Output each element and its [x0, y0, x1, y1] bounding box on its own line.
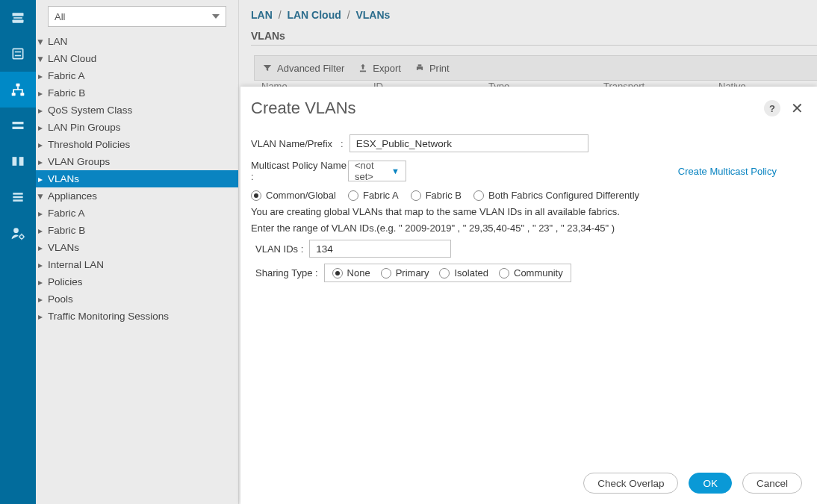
- sharing-radio-group: None Primary Isolated Community: [324, 264, 571, 282]
- tree-node-fabric-a[interactable]: ▸Fabric A: [36, 67, 238, 84]
- svg-rect-1: [13, 17, 22, 19]
- icon-rail: [0, 0, 36, 504]
- scope-both-radio[interactable]: Both Fabrics Configured Differently: [473, 190, 639, 201]
- scope-common-radio[interactable]: Common/Global: [251, 190, 336, 201]
- tree-node-app-vlans[interactable]: ▸VLANs: [36, 239, 238, 256]
- crumb-lan[interactable]: LAN: [251, 9, 273, 21]
- info-line-2: Enter the range of VLAN IDs.(e.g. " 2009…: [251, 222, 807, 235]
- tree-node-vlan-groups[interactable]: ▸VLAN Groups: [36, 153, 238, 170]
- svg-rect-4: [15, 52, 21, 53]
- svg-rect-5: [15, 55, 21, 57]
- dialog-header: Create VLANs ? ✕: [240, 87, 817, 124]
- svg-rect-8: [20, 93, 24, 96]
- tree-node-qos[interactable]: ▸QoS System Class: [36, 102, 238, 119]
- svg-rect-13: [13, 193, 22, 195]
- divider: [251, 45, 817, 46]
- tree-node-pools[interactable]: ▸Pools: [36, 290, 238, 308]
- rail-item-lan[interactable]: [0, 72, 36, 108]
- cancel-button[interactable]: Cancel: [742, 473, 802, 494]
- vlan-name-label: VLAN Name/Prefix: [251, 138, 335, 149]
- tree-node-lan[interactable]: ▼LAN: [36, 33, 238, 50]
- tree-node-internal-lan[interactable]: ▸Internal LAN: [36, 256, 238, 273]
- tree-node-fabric-b[interactable]: ▸Fabric B: [36, 84, 238, 102]
- vlan-name-input[interactable]: [350, 134, 588, 152]
- print-icon: [414, 63, 425, 73]
- rail-item-storage[interactable]: [0, 179, 36, 215]
- server-icon: [10, 46, 25, 61]
- tree-node-app-fabric-a[interactable]: ▸Fabric A: [36, 205, 238, 222]
- tree-node-app-fabric-b[interactable]: ▸Fabric B: [36, 222, 238, 239]
- mcast-policy-select[interactable]: <not set> ▼: [348, 161, 406, 181]
- filter-select-value: All: [55, 11, 65, 22]
- ok-button[interactable]: OK: [689, 473, 732, 494]
- crumb-vlans: VLANs: [355, 9, 390, 21]
- sidebar: All ▼LAN ▼LAN Cloud ▸Fabric A ▸Fabric B …: [36, 0, 239, 504]
- rail-item-vm[interactable]: [0, 143, 36, 179]
- svg-rect-6: [16, 84, 20, 87]
- rail-item-san[interactable]: [0, 108, 36, 143]
- vlan-ids-label: VLAN IDs :: [255, 243, 303, 255]
- crumb-lan-cloud[interactable]: LAN Cloud: [287, 9, 341, 21]
- tree-node-traffic[interactable]: ▸Traffic Monitoring Sessions: [36, 308, 238, 325]
- svg-rect-12: [19, 157, 24, 166]
- dialog-body: VLAN Name/Prefix : Multicast Policy Name…: [240, 124, 817, 282]
- scope-radio-group: Common/Global Fabric A Fabric B Both Fab…: [251, 190, 807, 201]
- tree-node-appliances[interactable]: ▼Appliances: [36, 187, 238, 205]
- tree-node-lan-cloud[interactable]: ▼LAN Cloud: [36, 50, 238, 67]
- tree-node-pin-groups[interactable]: ▸LAN Pin Groups: [36, 119, 238, 136]
- page-title: VLANs: [251, 30, 285, 42]
- info-line-1: You are creating global VLANs that map t…: [251, 205, 807, 219]
- list-icon: [10, 190, 25, 205]
- filter-select[interactable]: All: [48, 6, 226, 27]
- chevron-down-icon: [212, 14, 220, 19]
- scope-fabric-b-radio[interactable]: Fabric B: [411, 190, 462, 201]
- user-gear-icon: [10, 225, 25, 240]
- sharing-none-radio[interactable]: None: [332, 267, 370, 279]
- svg-rect-0: [13, 13, 24, 16]
- tree-node-threshold[interactable]: ▸Threshold Policies: [36, 136, 238, 153]
- sharing-type-label: Sharing Type :: [255, 267, 318, 279]
- sharing-primary-radio[interactable]: Primary: [381, 267, 429, 279]
- svg-rect-20: [418, 64, 422, 66]
- svg-point-17: [20, 235, 24, 239]
- print-button[interactable]: Print: [414, 63, 450, 74]
- network-icon: [10, 82, 25, 97]
- help-button[interactable]: ?: [764, 100, 780, 116]
- sharing-isolated-radio[interactable]: Isolated: [439, 267, 488, 279]
- svg-rect-14: [13, 196, 22, 199]
- mcast-policy-label: Multicast Policy Name :: [251, 160, 348, 182]
- svg-rect-18: [360, 71, 366, 72]
- svg-rect-21: [418, 69, 422, 72]
- create-vlans-dialog: Create VLANs ? ✕ VLAN Name/Prefix : Mult…: [240, 87, 817, 504]
- tree-node-policies[interactable]: ▸Policies: [36, 273, 238, 290]
- export-button[interactable]: Export: [358, 63, 401, 74]
- panels-icon: [10, 154, 25, 169]
- tree-node-vlans[interactable]: ▸VLANs: [36, 170, 238, 187]
- advanced-filter-button[interactable]: Advanced Filter: [262, 63, 344, 74]
- svg-rect-7: [12, 93, 16, 96]
- scope-fabric-a-radio[interactable]: Fabric A: [348, 190, 399, 201]
- rail-item-admin[interactable]: [0, 215, 36, 251]
- svg-rect-10: [13, 127, 24, 129]
- filter-icon: [262, 63, 273, 73]
- svg-rect-2: [13, 20, 24, 23]
- create-mcast-policy-link[interactable]: Create Multicast Policy: [678, 166, 777, 177]
- dialog-footer: Check Overlap OK Cancel: [240, 462, 817, 504]
- svg-rect-15: [13, 199, 22, 202]
- svg-point-16: [13, 228, 19, 233]
- vlan-ids-input[interactable]: [309, 240, 451, 258]
- chevron-down-icon: ▼: [391, 167, 400, 175]
- table-toolbar: Advanced Filter Export Print: [254, 55, 817, 81]
- sharing-community-radio[interactable]: Community: [499, 267, 563, 279]
- nav-tree: ▼LAN ▼LAN Cloud ▸Fabric A ▸Fabric B ▸QoS…: [36, 33, 238, 325]
- san-icon: [10, 118, 25, 133]
- filter-select-wrap: All: [48, 6, 226, 27]
- check-overlap-button[interactable]: Check Overlap: [583, 473, 678, 494]
- dialog-title: Create VLANs: [251, 99, 356, 118]
- rail-item-equipment[interactable]: [0, 0, 36, 36]
- rail-item-servers[interactable]: [0, 36, 36, 72]
- server-rack-icon: [10, 10, 25, 25]
- breadcrumb: LAN / LAN Cloud / VLANs: [251, 9, 390, 21]
- close-icon[interactable]: ✕: [791, 101, 804, 116]
- mcast-policy-value: <not set>: [355, 160, 391, 182]
